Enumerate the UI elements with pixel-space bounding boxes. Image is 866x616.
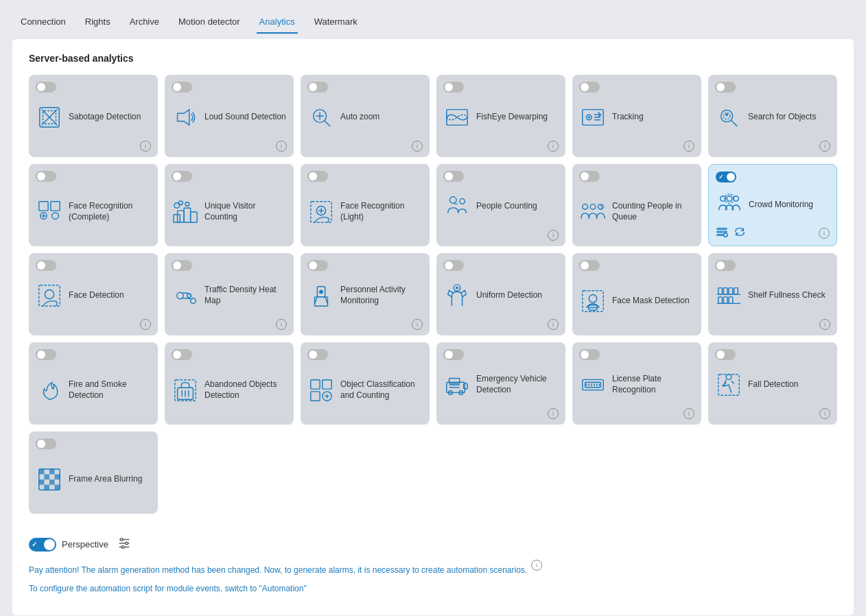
toggle-emergency-vehicle[interactable]: ✕ <box>443 349 464 360</box>
svg-rect-86 <box>323 380 331 389</box>
card-emergency-vehicle: ✕ Emergency Vehicle Detection i <box>436 342 565 425</box>
toggle-license-plate[interactable]: ✕ <box>579 349 600 360</box>
svg-rect-74 <box>734 288 738 295</box>
toggle-fall-detection[interactable]: ✕ <box>715 349 736 360</box>
abandoned-objects-icon <box>172 377 199 404</box>
toggle-face-recognition-complete[interactable]: ✕ <box>36 171 56 182</box>
info-emergency-vehicle[interactable]: i <box>548 408 559 419</box>
svg-rect-113 <box>39 479 45 485</box>
toggle-frame-area-blurring[interactable]: ✕ <box>36 438 56 449</box>
info-uniform-detection[interactable]: i <box>548 319 559 330</box>
info-sabotage[interactable]: i <box>140 141 151 152</box>
svg-point-66 <box>456 287 458 289</box>
tab-watermark[interactable]: Watermark <box>312 12 360 34</box>
toggle-fisheye[interactable]: ✕ <box>443 82 464 93</box>
info-fisheye[interactable]: i <box>548 141 559 152</box>
info-shelf-fullness[interactable]: i <box>819 319 830 330</box>
perspective-settings-icon[interactable] <box>117 536 132 553</box>
svg-rect-111 <box>49 469 55 475</box>
crowd-settings-icon[interactable] <box>716 226 728 240</box>
svg-rect-46 <box>717 231 727 233</box>
toggle-uniform-detection[interactable]: ✕ <box>443 260 464 271</box>
tab-rights[interactable]: Rights <box>82 12 113 34</box>
svg-rect-112 <box>55 474 60 479</box>
tab-connection[interactable]: Connection <box>18 12 69 34</box>
svg-rect-26 <box>191 212 198 222</box>
info-people-counting[interactable]: i <box>548 230 559 241</box>
svg-rect-92 <box>449 379 460 384</box>
face-recognition-complete-icon <box>36 198 63 226</box>
card-label-sabotage: Sabotage Detection <box>69 112 141 123</box>
toggle-counting-queue[interactable]: ✕ <box>579 171 600 182</box>
svg-text:3: 3 <box>600 204 603 211</box>
uniform-detection-icon <box>443 282 471 309</box>
toggle-face-mask[interactable]: ✕ <box>579 260 600 271</box>
unique-visitor-icon <box>172 198 199 226</box>
perspective-toggle-switch[interactable]: ✓ <box>29 538 56 552</box>
perspective-toggle-group: ✓ Perspective <box>29 538 108 552</box>
svg-point-44 <box>725 193 734 202</box>
card-label-abandoned-objects: Abandoned Objects Detection <box>204 379 287 401</box>
toggle-face-recognition-light[interactable]: ✕ <box>307 171 328 182</box>
card-uniform-detection: ✕ Uniform Detection i <box>436 253 565 335</box>
svg-point-107 <box>726 375 732 380</box>
perspective-label: Perspective <box>62 539 108 549</box>
personnel-activity-icon <box>307 282 335 309</box>
info-personnel-activity[interactable]: i <box>412 319 423 330</box>
card-label-people-counting: People Counting <box>476 201 537 212</box>
svg-rect-17 <box>39 202 48 211</box>
shelf-fullness-icon <box>715 282 742 309</box>
traffic-density-icon <box>172 282 199 309</box>
info-license-plate[interactable]: i <box>683 408 694 419</box>
svg-rect-87 <box>311 392 320 401</box>
tab-archive[interactable]: Archive <box>127 12 162 34</box>
info-crowd-monitoring[interactable]: i <box>819 228 830 239</box>
info-face-detection[interactable]: i <box>140 319 151 330</box>
info-search-objects[interactable]: i <box>819 141 830 152</box>
info-fall-detection[interactable]: i <box>819 408 830 419</box>
card-label-frame-area-blurring: Frame Area Blurring <box>69 474 142 485</box>
toggle-loud-sound[interactable]: ✕ <box>172 82 192 93</box>
card-license-plate: ✕ License Plate Recognition i <box>572 342 701 425</box>
crowd-monitoring-icon <box>716 191 743 219</box>
toggle-unique-visitor[interactable]: ✕ <box>172 171 192 182</box>
loud-sound-icon <box>172 104 199 131</box>
crowd-refresh-icon[interactable] <box>734 226 746 240</box>
notice-block: Pay attention! The alarm generation meth… <box>29 558 837 595</box>
toggle-crowd-monitoring[interactable]: ✓ <box>716 171 736 182</box>
svg-rect-78 <box>729 297 733 304</box>
info-tracking[interactable]: i <box>683 141 694 152</box>
info-auto-zoom[interactable]: i <box>412 141 423 152</box>
tab-analytics[interactable]: Analytics <box>257 12 298 34</box>
toggle-auto-zoom[interactable]: ✕ <box>307 82 328 93</box>
toggle-tracking[interactable]: ✕ <box>579 82 600 93</box>
info-traffic-density[interactable]: i <box>276 319 287 330</box>
toggle-search-objects[interactable]: ✕ <box>715 82 736 93</box>
toggle-fire-smoke[interactable]: ✕ <box>36 349 56 360</box>
svg-rect-25 <box>184 208 191 222</box>
svg-rect-47 <box>717 235 723 236</box>
svg-point-121 <box>126 542 128 545</box>
tab-motion-detector[interactable]: Motion detector <box>176 12 243 34</box>
card-label-face-recognition-light: Face Recognition (Light) <box>340 201 423 222</box>
info-loud-sound[interactable]: i <box>276 141 287 152</box>
notice-text-2: To configure the automation script for m… <box>29 582 837 595</box>
card-personnel-activity: ✕ Personnel Activity Monitoring i <box>301 253 430 335</box>
toggle-sabotage[interactable]: ✕ <box>36 82 56 93</box>
card-abandoned-objects: ✕ Abandoned Objects Detection <box>165 342 294 425</box>
card-label-shelf-fullness: Shelf Fullness Check <box>748 290 826 301</box>
toggle-personnel-activity[interactable]: ✕ <box>307 260 328 271</box>
toggle-face-detection[interactable]: ✕ <box>36 260 56 271</box>
toggle-shelf-fullness[interactable]: ✕ <box>715 260 736 271</box>
toggle-abandoned-objects[interactable]: ✕ <box>172 349 192 360</box>
svg-rect-24 <box>178 211 185 222</box>
svg-point-34 <box>450 197 457 204</box>
counting-queue-icon: 3 <box>579 198 607 226</box>
toggle-traffic-density[interactable]: ✕ <box>172 260 192 271</box>
toggle-people-counting[interactable]: ✕ <box>443 171 464 182</box>
svg-point-29 <box>185 202 189 206</box>
notice-info-icon[interactable]: i <box>531 560 542 571</box>
card-tracking: ✕ Tracking i <box>572 75 701 157</box>
analytics-grid-row5: ✕ <box>29 431 837 514</box>
toggle-object-classification[interactable]: ✕ <box>307 349 328 360</box>
